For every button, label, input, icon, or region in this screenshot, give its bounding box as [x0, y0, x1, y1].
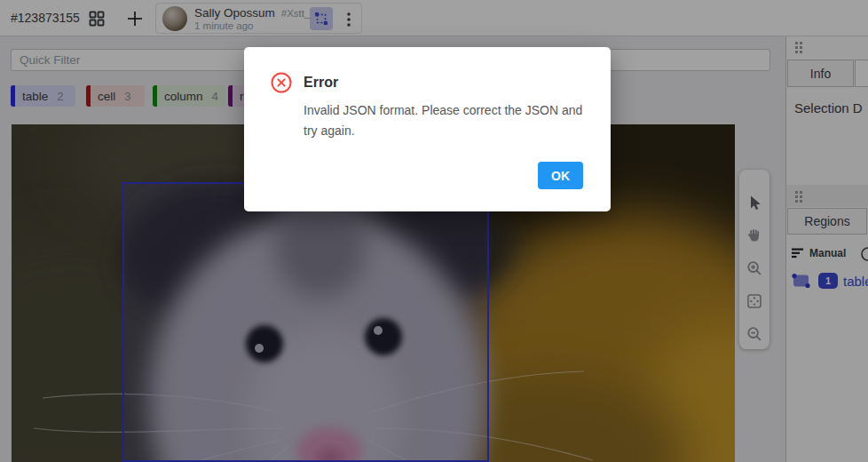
dialog-title: Error: [304, 75, 338, 91]
app-window: #123873155 Sally Opossum #Xstt_ 1 m: [0, 0, 868, 462]
ok-button[interactable]: OK: [538, 162, 583, 189]
error-circle-x-icon: [271, 72, 292, 97]
error-dialog: Error Invalid JSON format. Please correc…: [244, 47, 611, 211]
dialog-message: Invalid JSON format. Please correct the …: [304, 100, 589, 141]
